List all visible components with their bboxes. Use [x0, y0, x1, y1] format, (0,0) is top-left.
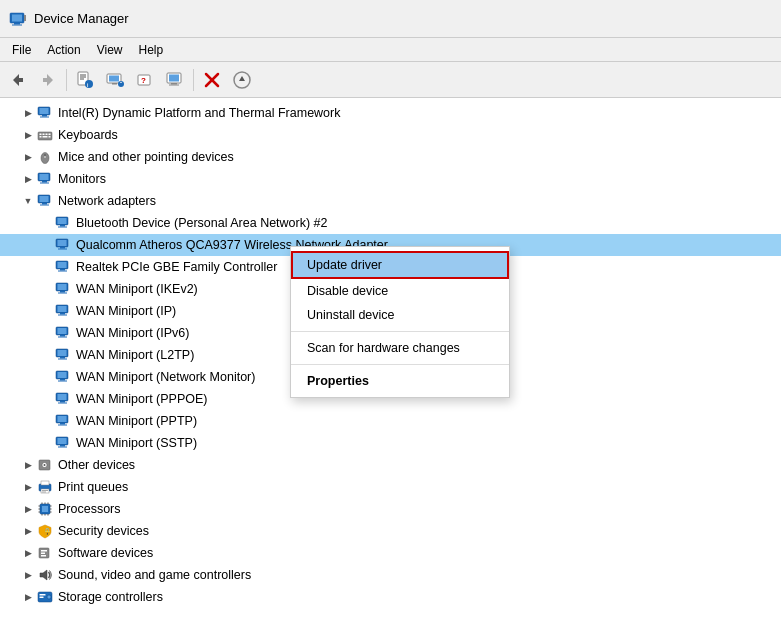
expand-processors[interactable]: ▶: [20, 501, 36, 517]
expand-monitors[interactable]: ▶: [20, 171, 36, 187]
context-menu: Update driver Disable device Uninstall d…: [290, 246, 510, 398]
network-adapters-label: Network adapters: [58, 194, 156, 208]
tree-item-print-queues[interactable]: ▶ Print queues: [0, 476, 781, 498]
properties-label: Properties: [307, 374, 369, 388]
menu-action[interactable]: Action: [39, 41, 88, 59]
svg-rect-126: [40, 597, 44, 599]
processor-icon: [36, 500, 54, 518]
wan-ipv6-label: WAN Miniport (IPv6): [76, 326, 189, 340]
tree-item-processors[interactable]: ▶ Proces: [0, 498, 781, 520]
svg-rect-37: [40, 136, 42, 138]
tree-item-other-devices[interactable]: ▶ Other devices: [0, 454, 781, 476]
network-icon: [36, 192, 54, 210]
svg-rect-44: [40, 174, 49, 180]
update-driver-button[interactable]: [101, 66, 129, 94]
tree-item-security-devices[interactable]: ▶ 🔒 Security devices: [0, 520, 781, 542]
svg-rect-125: [40, 594, 46, 596]
tree-item-storage[interactable]: ▶ Storage controllers: [0, 586, 781, 608]
svg-rect-78: [58, 359, 67, 360]
expand-intel-thermal[interactable]: ▶: [20, 105, 36, 121]
svg-rect-73: [60, 335, 65, 337]
tree-item-mice[interactable]: ▶ Mice and other pointing devices: [0, 146, 781, 168]
svg-point-97: [44, 464, 46, 466]
svg-rect-4: [24, 15, 26, 21]
expand-storage[interactable]: ▶: [20, 589, 36, 605]
svg-rect-53: [60, 225, 65, 227]
uninstall-button[interactable]: ?: [131, 66, 159, 94]
svg-text:?: ?: [141, 76, 146, 85]
context-menu-disable-device[interactable]: Disable device: [291, 279, 509, 303]
wan-pptp-icon: [54, 412, 72, 430]
svg-rect-84: [58, 394, 67, 400]
menu-view[interactable]: View: [89, 41, 131, 59]
tree-item-sound[interactable]: ▶ Sound, video and game controllers: [0, 564, 781, 586]
menu-file[interactable]: File: [4, 41, 39, 59]
uninstall-device-label: Uninstall device: [307, 308, 395, 322]
svg-rect-85: [60, 401, 65, 403]
svg-rect-90: [58, 425, 67, 426]
context-menu-properties[interactable]: Properties: [291, 369, 509, 393]
download-button[interactable]: [228, 66, 256, 94]
svg-rect-65: [60, 291, 65, 293]
keyboards-label: Keyboards: [58, 128, 118, 142]
properties-button[interactable]: i: [71, 66, 99, 94]
monitor-icon: [36, 104, 54, 122]
svg-rect-94: [58, 447, 67, 448]
wan-pptp-label: WAN Miniport (PPTP): [76, 414, 197, 428]
expand-other-devices[interactable]: ▶: [20, 457, 36, 473]
svg-rect-38: [43, 136, 48, 138]
expand-mice[interactable]: ▶: [20, 149, 36, 165]
tree-item-bluetooth[interactable]: Bluetooth Device (Personal Area Network)…: [0, 212, 781, 234]
tree-item-intel-thermal[interactable]: ▶ Intel(R) Dynamic Platform and Thermal …: [0, 102, 781, 124]
forward-button[interactable]: [34, 66, 62, 94]
tree-item-software-devices[interactable]: ▶ Software devices: [0, 542, 781, 564]
context-menu-sep2: [291, 364, 509, 365]
context-menu-update-driver[interactable]: Update driver: [291, 251, 509, 279]
svg-rect-62: [58, 271, 67, 272]
delete-button[interactable]: [198, 66, 226, 94]
svg-rect-61: [60, 269, 65, 271]
scan-hardware-label: Scan for hardware changes: [307, 341, 460, 355]
tree-item-wan-sstp[interactable]: WAN Miniport (SSTP): [0, 432, 781, 454]
svg-rect-80: [58, 372, 67, 378]
svg-rect-82: [58, 381, 67, 382]
title-bar-text: Device Manager: [34, 11, 129, 26]
back-button[interactable]: [4, 66, 32, 94]
wan-ipv6-icon: [54, 324, 72, 342]
print-queues-label: Print queues: [58, 480, 128, 494]
expand-keyboards[interactable]: ▶: [20, 127, 36, 143]
expand-network-adapters[interactable]: ▼: [20, 193, 36, 209]
expand-sound[interactable]: ▶: [20, 567, 36, 583]
wan-netmon-label: WAN Miniport (Network Monitor): [76, 370, 255, 384]
menu-help[interactable]: Help: [131, 41, 172, 59]
expand-software-devices[interactable]: ▶: [20, 545, 36, 561]
wan-l2tp-label: WAN Miniport (L2TP): [76, 348, 194, 362]
svg-rect-22: [171, 83, 177, 85]
context-menu-sep1: [291, 331, 509, 332]
svg-rect-35: [46, 134, 48, 136]
svg-rect-99: [41, 481, 49, 485]
context-menu-uninstall-device[interactable]: Uninstall device: [291, 303, 509, 327]
svg-rect-88: [58, 416, 67, 422]
svg-rect-49: [42, 203, 47, 205]
tree-item-wan-pptp[interactable]: WAN Miniport (PPTP): [0, 410, 781, 432]
tree-item-keyboards[interactable]: ▶ Keyboards: [0, 124, 781, 146]
monitors-icon: [36, 170, 54, 188]
svg-rect-46: [40, 183, 49, 184]
svg-rect-29: [40, 108, 49, 114]
monitors-label: Monitors: [58, 172, 106, 186]
svg-rect-33: [40, 134, 42, 136]
svg-rect-81: [60, 379, 65, 381]
expand-print-queues[interactable]: ▶: [20, 479, 36, 495]
context-menu-scan-hardware[interactable]: Scan for hardware changes: [291, 336, 509, 360]
title-bar: Device Manager: [0, 0, 781, 38]
expand-security-devices[interactable]: ▶: [20, 523, 36, 539]
svg-rect-102: [42, 492, 46, 493]
scan-button[interactable]: [161, 66, 189, 94]
svg-marker-5: [13, 74, 23, 86]
bluetooth-icon: [54, 214, 72, 232]
svg-rect-58: [58, 249, 67, 250]
tree-item-network-adapters[interactable]: ▼ Network adapters: [0, 190, 781, 212]
sound-label: Sound, video and game controllers: [58, 568, 251, 582]
tree-item-monitors[interactable]: ▶ Monitors: [0, 168, 781, 190]
